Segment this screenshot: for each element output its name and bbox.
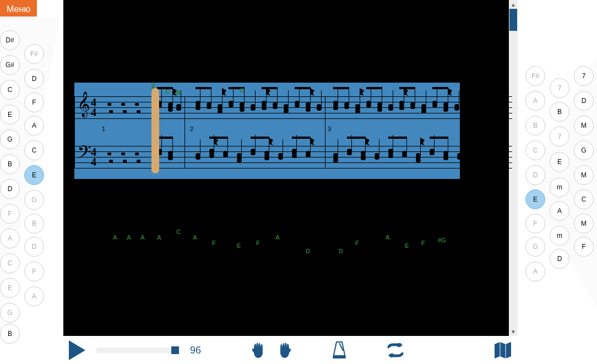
chord-button[interactable]: B (550, 102, 569, 122)
note-label: E (237, 242, 241, 249)
key-button[interactable]: B (24, 214, 44, 233)
chord-button[interactable]: C (525, 140, 545, 160)
playhead-cursor[interactable] (151, 88, 159, 173)
chord-button[interactable]: G (574, 140, 594, 160)
key-button[interactable]: G (24, 190, 44, 210)
svg-marker-0 (69, 340, 85, 360)
playback-toolbar: 96 (63, 336, 518, 364)
tempo-slider[interactable] (96, 347, 179, 353)
chord-button[interactable]: m (550, 226, 569, 246)
measure-number: 3 (328, 126, 331, 132)
chord-button[interactable]: E (525, 189, 545, 209)
note-label: #G (438, 237, 446, 243)
note-label: D (306, 248, 310, 254)
chord-button[interactable]: A (525, 91, 545, 111)
key-button[interactable]: C (0, 253, 20, 273)
metronome-icon[interactable] (331, 341, 348, 360)
key-button[interactable]: C (24, 140, 44, 160)
chord-button[interactable]: 7 (574, 66, 594, 86)
chord-button[interactable]: 7 (550, 78, 569, 98)
key-button[interactable]: D (24, 237, 44, 257)
chord-button[interactable]: D (550, 249, 569, 269)
grand-staff: 𝄞𝄢4444 (74, 96, 512, 171)
key-button[interactable]: D (0, 179, 20, 199)
chord-button[interactable]: M (574, 165, 594, 185)
key-button[interactable]: G (0, 129, 20, 149)
svg-rect-2 (333, 355, 345, 358)
key-button[interactable]: G (0, 303, 20, 323)
left-hand-icon[interactable] (251, 341, 266, 359)
measure-number: 1 (102, 126, 105, 132)
note-label: F (355, 240, 359, 246)
chord-button[interactable]: B (525, 116, 545, 135)
key-button[interactable]: A (0, 229, 20, 248)
key-button[interactable]: A (24, 116, 44, 135)
key-button[interactable]: F (24, 262, 44, 281)
key-button[interactable]: A (24, 286, 44, 306)
key-button[interactable]: B (0, 324, 20, 344)
chord-button[interactable]: F# (525, 66, 545, 86)
key-button[interactable]: E (24, 165, 44, 185)
chord-button[interactable]: D (525, 165, 545, 185)
chord-button[interactable]: G (525, 237, 545, 257)
measure-number: 2 (190, 126, 193, 132)
note-label: F (421, 240, 425, 246)
chord-button[interactable]: F (574, 237, 594, 257)
note-label: A (386, 234, 390, 241)
note-label: A (193, 234, 197, 241)
key-button[interactable]: F (0, 204, 20, 224)
note-label: D (339, 248, 343, 254)
chord-button[interactable]: 7 (550, 127, 569, 146)
chord-button[interactable]: A (550, 201, 569, 221)
tempo-value: 96 (190, 345, 201, 356)
scroll-down-arrow[interactable]: ▼ (509, 327, 518, 336)
key-button[interactable]: E (0, 278, 20, 298)
note-label: E (151, 83, 155, 89)
key-button[interactable]: B (0, 154, 20, 174)
note-label: A (140, 234, 145, 241)
chord-button[interactable]: M (574, 116, 594, 135)
note-label: A (127, 234, 131, 241)
note-label: A (275, 234, 280, 241)
left-key-panel: D#G#CEGBDFACEGBF#DFACEGBDFA (0, 17, 61, 336)
key-button[interactable]: E (0, 105, 20, 124)
map-icon[interactable] (493, 342, 512, 358)
chord-button[interactable]: D (574, 91, 594, 111)
chord-button[interactable]: m (550, 177, 569, 197)
note-label: C (240, 87, 244, 94)
chord-button[interactable]: A (525, 262, 545, 281)
chord-button[interactable]: M (574, 214, 594, 233)
key-button[interactable]: D (24, 69, 44, 89)
note-label: C (165, 88, 170, 95)
score-viewport: E C B C AAAACAFEFADDFAEF#G 𝄞𝄢4444 1 2 3 … (63, 0, 518, 336)
chord-button[interactable]: E (550, 152, 569, 172)
key-button[interactable]: D# (0, 30, 20, 50)
note-label: A (113, 234, 117, 241)
menu-button[interactable]: Меню (0, 0, 37, 19)
tempo-slider-thumb[interactable] (171, 346, 179, 354)
note-label: F (256, 240, 260, 246)
chord-button[interactable]: F (525, 214, 545, 233)
key-button[interactable]: F# (24, 44, 44, 64)
right-hand-icon[interactable] (277, 341, 292, 359)
note-label: C (176, 229, 181, 235)
key-button[interactable]: C (0, 80, 20, 100)
note-label: B (176, 89, 181, 96)
key-button[interactable]: F (24, 93, 44, 112)
note-label: E (405, 242, 409, 249)
chord-button[interactable]: C (574, 189, 594, 209)
note-label: F (212, 240, 216, 246)
scrollbar-thumb[interactable] (509, 9, 517, 31)
key-button[interactable]: G# (0, 55, 20, 75)
scroll-up-arrow[interactable]: ▲ (509, 0, 518, 9)
play-button[interactable] (69, 340, 85, 360)
right-key-panel: F#ABCDEFGA7B7EmAmD7DMGMCMF (525, 55, 597, 308)
loop-icon[interactable] (386, 343, 405, 357)
note-label: A (157, 234, 161, 241)
